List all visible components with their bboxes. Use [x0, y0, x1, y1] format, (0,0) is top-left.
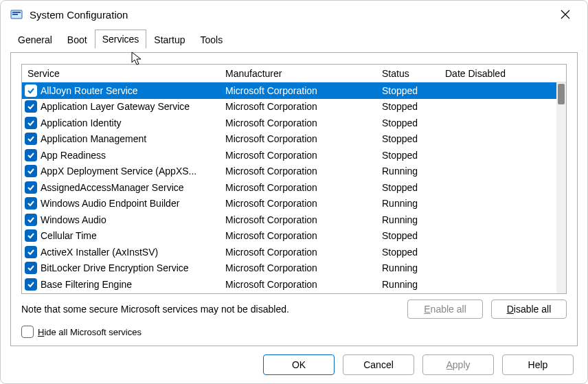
tab-boot[interactable]: Boot — [60, 30, 95, 49]
service-checkbox[interactable] — [25, 117, 37, 129]
service-checkbox[interactable] — [25, 278, 37, 291]
service-manufacturer: Microsoft Corporation — [220, 247, 376, 258]
service-status: Running — [376, 214, 440, 225]
tab-services[interactable]: Services — [95, 30, 147, 49]
service-manufacturer: Microsoft Corporation — [220, 166, 376, 177]
system-configuration-window: System Configuration General Boot Servic… — [0, 0, 588, 384]
service-checkbox[interactable] — [25, 149, 37, 161]
service-checkbox[interactable] — [25, 100, 37, 113]
service-status: Stopped — [376, 230, 440, 241]
service-manufacturer: Microsoft Corporation — [220, 85, 376, 96]
service-status: Running — [376, 262, 440, 273]
help-button[interactable]: Help — [502, 354, 574, 375]
service-checkbox[interactable] — [25, 214, 37, 226]
service-manufacturer: Microsoft Corporation — [220, 279, 376, 290]
service-checkbox[interactable] — [25, 165, 37, 177]
service-manufacturer: Microsoft Corporation — [220, 133, 376, 144]
service-status: Running — [376, 198, 440, 209]
service-rows: AllJoyn Router ServiceMicrosoft Corporat… — [22, 82, 556, 293]
service-name: Windows Audio — [41, 214, 106, 225]
table-row[interactable]: Windows Audio Endpoint BuilderMicrosoft … — [22, 196, 556, 212]
service-status: Stopped — [376, 150, 440, 161]
table-row[interactable]: Application IdentityMicrosoft Corporatio… — [22, 115, 556, 131]
column-status[interactable]: Status — [376, 66, 440, 81]
column-date-disabled[interactable]: Date Disabled — [440, 66, 566, 81]
service-name: App Readiness — [41, 150, 106, 161]
close-button[interactable] — [552, 4, 579, 25]
table-row[interactable]: Application ManagementMicrosoft Corporat… — [22, 131, 556, 148]
service-manufacturer: Microsoft Corporation — [220, 262, 376, 273]
service-name: Cellular Time — [41, 230, 97, 241]
service-manufacturer: Microsoft Corporation — [220, 117, 376, 128]
hide-ms-services-label[interactable]: Hide all Microsoft services — [38, 327, 142, 337]
service-name: ActiveX Installer (AxInstSV) — [41, 247, 158, 258]
table-row[interactable]: App ReadinessMicrosoft CorporationStoppe… — [22, 147, 556, 163]
table-row[interactable]: ActiveX Installer (AxInstSV)Microsoft Co… — [22, 244, 556, 260]
tabs: General Boot Services Startup Tools — [1, 28, 587, 49]
service-manufacturer: Microsoft Corporation — [220, 101, 376, 112]
service-name: Application Layer Gateway Service — [41, 101, 190, 112]
titlebar: System Configuration — [1, 1, 587, 28]
service-checkbox[interactable] — [25, 197, 37, 210]
disable-all-button[interactable]: Disable all — [491, 300, 567, 319]
ok-button[interactable]: OK — [263, 354, 335, 375]
service-name: Base Filtering Engine — [41, 279, 132, 290]
service-name: AssignedAccessManager Service — [41, 182, 184, 193]
service-name: AllJoyn Router Service — [41, 85, 138, 96]
service-status: Stopped — [376, 247, 440, 258]
column-manufacturer[interactable]: Manufacturer — [220, 66, 376, 81]
service-checkbox[interactable] — [25, 133, 37, 145]
apply-button[interactable]: Apply — [422, 354, 494, 375]
window-title: System Configuration — [30, 9, 552, 21]
service-checkbox[interactable] — [25, 246, 37, 258]
service-status: Stopped — [376, 85, 440, 96]
hide-ms-services-checkbox[interactable] — [21, 326, 34, 338]
table-row[interactable]: BitLocker Drive Encryption ServiceMicros… — [22, 260, 556, 277]
service-checkbox[interactable] — [25, 181, 37, 194]
table-row[interactable]: Application Layer Gateway ServiceMicroso… — [22, 99, 556, 115]
tab-startup[interactable]: Startup — [146, 30, 192, 49]
service-checkbox[interactable] — [25, 262, 37, 274]
dialog-footer: OK Cancel Apply Help — [263, 354, 574, 375]
service-manufacturer: Microsoft Corporation — [220, 230, 376, 241]
service-name: AppX Deployment Service (AppXS... — [41, 166, 196, 177]
table-row[interactable]: AllJoyn Router ServiceMicrosoft Corporat… — [22, 82, 556, 99]
service-status: Stopped — [376, 182, 440, 193]
service-manufacturer: Microsoft Corporation — [220, 182, 376, 193]
enable-all-button[interactable]: Enable all — [407, 300, 483, 319]
tab-general[interactable]: General — [10, 30, 60, 49]
secure-services-note: Note that some secure Microsoft services… — [21, 304, 399, 315]
services-panel: Service Manufacturer Status Date Disable… — [10, 53, 578, 346]
close-icon — [561, 10, 570, 19]
services-list[interactable]: Service Manufacturer Status Date Disable… — [21, 64, 567, 294]
service-name: Application Identity — [41, 117, 122, 128]
column-headers: Service Manufacturer Status Date Disable… — [22, 65, 566, 82]
service-status: Stopped — [376, 117, 440, 128]
service-name: Application Management — [41, 133, 146, 144]
msconfig-icon — [10, 8, 23, 21]
tab-tools[interactable]: Tools — [192, 30, 230, 49]
svg-rect-1 — [12, 12, 21, 13]
column-service[interactable]: Service — [22, 66, 220, 81]
service-status: Running — [376, 279, 440, 290]
scrollbar-thumb[interactable] — [558, 84, 565, 104]
service-manufacturer: Microsoft Corporation — [220, 214, 376, 225]
table-row[interactable]: AppX Deployment Service (AppXS...Microso… — [22, 163, 556, 180]
service-status: Running — [376, 166, 440, 177]
service-checkbox[interactable] — [25, 84, 37, 97]
service-manufacturer: Microsoft Corporation — [220, 198, 376, 209]
table-row[interactable]: Windows AudioMicrosoft CorporationRunnin… — [22, 212, 556, 228]
table-row[interactable]: AssignedAccessManager ServiceMicrosoft C… — [22, 179, 556, 196]
service-manufacturer: Microsoft Corporation — [220, 150, 376, 161]
svg-rect-2 — [12, 14, 18, 15]
service-status: Stopped — [376, 133, 440, 144]
service-name: Windows Audio Endpoint Builder — [41, 198, 179, 209]
service-checkbox[interactable] — [25, 229, 37, 242]
cancel-button[interactable]: Cancel — [343, 354, 414, 375]
scrollbar[interactable] — [556, 82, 566, 293]
service-status: Stopped — [376, 101, 440, 112]
service-name: BitLocker Drive Encryption Service — [41, 262, 189, 273]
table-row[interactable]: Base Filtering EngineMicrosoft Corporati… — [22, 276, 556, 293]
table-row[interactable]: Cellular TimeMicrosoft CorporationStoppe… — [22, 228, 556, 245]
